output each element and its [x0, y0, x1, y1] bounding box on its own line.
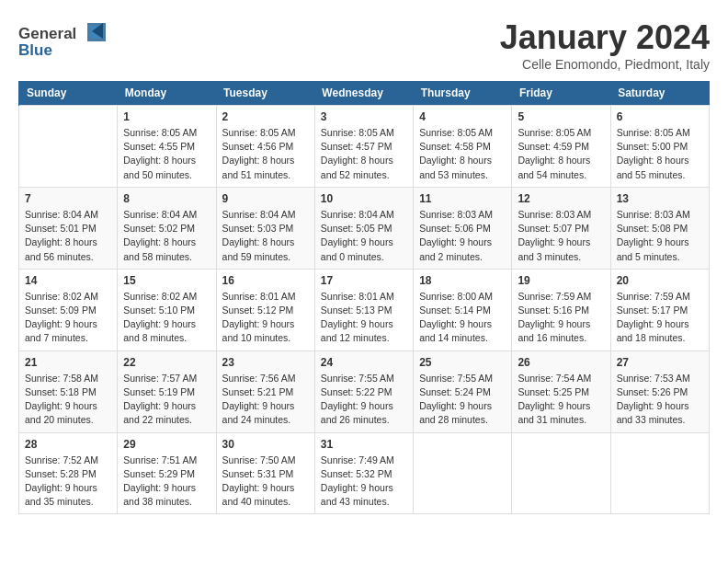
col-header-saturday: Saturday: [610, 81, 709, 106]
day-info: Sunrise: 8:01 AM Sunset: 5:13 PM Dayligh…: [321, 290, 407, 346]
calendar-cell: 10Sunrise: 8:04 AM Sunset: 5:05 PM Dayli…: [314, 187, 413, 269]
day-number: 10: [321, 192, 407, 205]
calendar-cell: 8Sunrise: 8:04 AM Sunset: 5:02 PM Daylig…: [118, 187, 216, 269]
calendar-cell: 3Sunrise: 8:05 AM Sunset: 4:57 PM Daylig…: [314, 106, 413, 188]
day-info: Sunrise: 8:01 AM Sunset: 5:12 PM Dayligh…: [222, 290, 309, 346]
calendar-cell: 1Sunrise: 8:05 AM Sunset: 4:55 PM Daylig…: [118, 106, 216, 188]
day-info: Sunrise: 8:05 AM Sunset: 4:57 PM Dayligh…: [321, 126, 407, 182]
day-number: 3: [321, 110, 407, 123]
day-number: 30: [222, 438, 309, 451]
month-title: January 2024: [500, 18, 710, 57]
col-header-thursday: Thursday: [414, 81, 512, 106]
calendar-cell: 25Sunrise: 7:55 AM Sunset: 5:24 PM Dayli…: [414, 350, 512, 432]
calendar-cell: 31Sunrise: 7:49 AM Sunset: 5:32 PM Dayli…: [314, 432, 413, 514]
day-info: Sunrise: 8:03 AM Sunset: 5:06 PM Dayligh…: [419, 208, 506, 264]
day-number: 21: [25, 356, 111, 369]
calendar-cell: 27Sunrise: 7:53 AM Sunset: 5:26 PM Dayli…: [610, 350, 709, 432]
calendar-cell: 20Sunrise: 7:59 AM Sunset: 5:17 PM Dayli…: [610, 269, 709, 350]
calendar-cell: 19Sunrise: 7:59 AM Sunset: 5:16 PM Dayli…: [512, 269, 610, 350]
day-number: 5: [518, 110, 604, 123]
title-block: January 2024 Celle Enomondo, Piedmont, I…: [500, 18, 710, 72]
calendar-cell: 16Sunrise: 8:01 AM Sunset: 5:12 PM Dayli…: [216, 269, 314, 350]
calendar-cell: 4Sunrise: 8:05 AM Sunset: 4:58 PM Daylig…: [414, 106, 512, 188]
calendar-cell: 24Sunrise: 7:55 AM Sunset: 5:22 PM Dayli…: [314, 350, 413, 432]
day-number: 9: [222, 192, 309, 205]
calendar-cell: 5Sunrise: 8:05 AM Sunset: 4:59 PM Daylig…: [512, 106, 610, 188]
day-number: 20: [617, 274, 703, 287]
calendar-cell: 12Sunrise: 8:03 AM Sunset: 5:07 PM Dayli…: [512, 187, 610, 269]
calendar-cell: [610, 432, 709, 514]
day-info: Sunrise: 7:49 AM Sunset: 5:32 PM Dayligh…: [321, 454, 407, 510]
day-number: 17: [321, 274, 407, 287]
day-number: 23: [222, 356, 309, 369]
day-info: Sunrise: 8:00 AM Sunset: 5:14 PM Dayligh…: [419, 290, 506, 346]
day-number: 26: [518, 356, 604, 369]
calendar-cell: 26Sunrise: 7:54 AM Sunset: 5:25 PM Dayli…: [512, 350, 610, 432]
day-info: Sunrise: 8:05 AM Sunset: 4:58 PM Dayligh…: [419, 126, 506, 182]
calendar-cell: 22Sunrise: 7:57 AM Sunset: 5:19 PM Dayli…: [118, 350, 216, 432]
day-info: Sunrise: 7:53 AM Sunset: 5:26 PM Dayligh…: [617, 372, 703, 428]
calendar-cell: 2Sunrise: 8:05 AM Sunset: 4:56 PM Daylig…: [216, 106, 314, 188]
calendar-week-5: 28Sunrise: 7:52 AM Sunset: 5:28 PM Dayli…: [19, 432, 710, 514]
calendar-header: SundayMondayTuesdayWednesdayThursdayFrid…: [19, 81, 710, 106]
day-number: 11: [419, 192, 506, 205]
calendar-cell: 23Sunrise: 7:56 AM Sunset: 5:21 PM Dayli…: [216, 350, 314, 432]
day-number: 16: [222, 274, 309, 287]
col-header-sunday: Sunday: [19, 81, 118, 106]
location: Celle Enomondo, Piedmont, Italy: [500, 57, 710, 72]
svg-text:Blue: Blue: [18, 41, 52, 59]
day-info: Sunrise: 8:05 AM Sunset: 5:00 PM Dayligh…: [617, 126, 703, 182]
calendar-cell: 17Sunrise: 8:01 AM Sunset: 5:13 PM Dayli…: [314, 269, 413, 350]
calendar-cell: 9Sunrise: 8:04 AM Sunset: 5:03 PM Daylig…: [216, 187, 314, 269]
day-info: Sunrise: 8:04 AM Sunset: 5:05 PM Dayligh…: [321, 208, 407, 264]
day-number: 7: [25, 192, 111, 205]
col-header-wednesday: Wednesday: [314, 81, 413, 106]
day-info: Sunrise: 8:02 AM Sunset: 5:10 PM Dayligh…: [123, 290, 210, 346]
day-number: 27: [617, 356, 703, 369]
calendar-week-3: 14Sunrise: 8:02 AM Sunset: 5:09 PM Dayli…: [19, 269, 710, 350]
calendar-week-4: 21Sunrise: 7:58 AM Sunset: 5:18 PM Dayli…: [19, 350, 710, 432]
day-info: Sunrise: 7:50 AM Sunset: 5:31 PM Dayligh…: [222, 454, 309, 510]
svg-text:General: General: [18, 25, 76, 42]
day-number: 31: [321, 438, 407, 451]
calendar-cell: 11Sunrise: 8:03 AM Sunset: 5:06 PM Dayli…: [414, 187, 512, 269]
day-info: Sunrise: 7:52 AM Sunset: 5:28 PM Dayligh…: [25, 454, 111, 510]
day-number: 19: [518, 274, 604, 287]
day-number: 8: [123, 192, 210, 205]
day-number: 18: [419, 274, 506, 287]
day-info: Sunrise: 7:56 AM Sunset: 5:21 PM Dayligh…: [222, 372, 309, 428]
day-number: 29: [123, 438, 210, 451]
col-header-monday: Monday: [118, 81, 216, 106]
day-number: 2: [222, 110, 309, 123]
day-number: 28: [25, 438, 111, 451]
calendar-cell: 14Sunrise: 8:02 AM Sunset: 5:09 PM Dayli…: [19, 269, 118, 350]
calendar-cell: 28Sunrise: 7:52 AM Sunset: 5:28 PM Dayli…: [19, 432, 118, 514]
page-header: General Blue January 2024 Celle Enomondo…: [18, 18, 710, 72]
day-number: 1: [123, 110, 210, 123]
day-number: 22: [123, 356, 210, 369]
logo: General Blue: [18, 18, 119, 63]
day-number: 15: [123, 274, 210, 287]
day-number: 6: [617, 110, 703, 123]
day-info: Sunrise: 8:05 AM Sunset: 4:55 PM Dayligh…: [123, 126, 210, 182]
calendar-cell: 13Sunrise: 8:03 AM Sunset: 5:08 PM Dayli…: [610, 187, 709, 269]
day-number: 12: [518, 192, 604, 205]
calendar-cell: 6Sunrise: 8:05 AM Sunset: 5:00 PM Daylig…: [610, 106, 709, 188]
calendar-table: SundayMondayTuesdayWednesdayThursdayFrid…: [18, 81, 710, 514]
day-info: Sunrise: 8:04 AM Sunset: 5:03 PM Dayligh…: [222, 208, 309, 264]
col-header-friday: Friday: [512, 81, 610, 106]
calendar-cell: 7Sunrise: 8:04 AM Sunset: 5:01 PM Daylig…: [19, 187, 118, 269]
day-info: Sunrise: 7:59 AM Sunset: 5:16 PM Dayligh…: [518, 290, 604, 346]
day-number: 4: [419, 110, 506, 123]
day-info: Sunrise: 8:05 AM Sunset: 4:59 PM Dayligh…: [518, 126, 604, 182]
calendar-cell: 21Sunrise: 7:58 AM Sunset: 5:18 PM Dayli…: [19, 350, 118, 432]
calendar-week-1: 1Sunrise: 8:05 AM Sunset: 4:55 PM Daylig…: [19, 106, 710, 188]
calendar-cell: [414, 432, 512, 514]
day-info: Sunrise: 7:58 AM Sunset: 5:18 PM Dayligh…: [25, 372, 111, 428]
logo-text: General Blue: [18, 18, 119, 63]
day-info: Sunrise: 8:04 AM Sunset: 5:01 PM Dayligh…: [25, 208, 111, 264]
calendar-cell: 29Sunrise: 7:51 AM Sunset: 5:29 PM Dayli…: [118, 432, 216, 514]
calendar-cell: 18Sunrise: 8:00 AM Sunset: 5:14 PM Dayli…: [414, 269, 512, 350]
day-info: Sunrise: 7:54 AM Sunset: 5:25 PM Dayligh…: [518, 372, 604, 428]
day-number: 13: [617, 192, 703, 205]
